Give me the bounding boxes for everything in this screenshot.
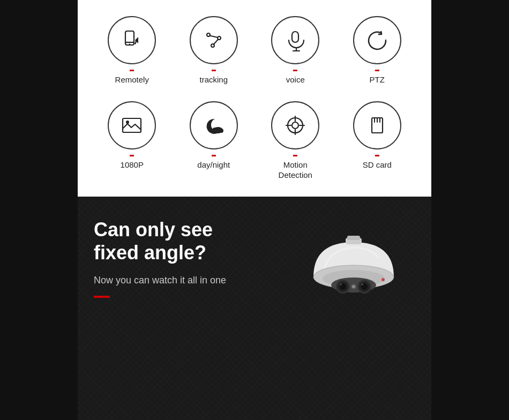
feature-1080p: 1080P: [94, 101, 170, 181]
svg-point-12: [212, 128, 218, 133]
right-panel: [431, 0, 509, 420]
promo-red-dash: [94, 296, 110, 298]
svg-point-2: [129, 43, 130, 44]
voice-label: voice: [286, 74, 305, 85]
refresh-icon: [365, 28, 389, 52]
tracking-icon-circle: [190, 16, 238, 64]
1080p-label: 1080P: [121, 160, 144, 170]
promo-subtitle: Now you can watch it all in one: [94, 275, 415, 286]
feature-ptz: PTZ: [339, 16, 416, 85]
feature-voice: voice: [257, 16, 334, 85]
voice-dash: [293, 70, 297, 71]
tracking-icon: [202, 28, 226, 52]
promo-text-block: Can only seefixed angle? Now you can wat…: [94, 218, 415, 404]
ptz-icon-circle: [353, 16, 401, 64]
feature-sdcard: SD card: [339, 101, 416, 181]
sdcard-icon-circle: [353, 101, 401, 149]
features-section: Remotely tracking: [78, 0, 431, 197]
voice-icon-circle: [271, 16, 319, 64]
sdcard-dash: [375, 155, 379, 156]
ptz-dash: [375, 70, 379, 71]
feature-motion: Motion Detection: [257, 101, 334, 181]
sd-card-icon: [365, 114, 389, 137]
left-panel: [0, 0, 78, 420]
phone-touch-icon: [120, 28, 144, 52]
crosshair-icon: [283, 114, 307, 137]
image-icon: [120, 114, 144, 137]
svg-rect-6: [292, 32, 298, 42]
daynight-label: day/night: [197, 160, 230, 170]
motion-icon-circle: [271, 101, 319, 149]
feature-remotely: Remotely: [94, 16, 170, 85]
remotely-icon-circle: [108, 16, 156, 64]
features-grid: Remotely tracking: [94, 16, 415, 181]
motion-dash: [293, 155, 297, 156]
ptz-label: PTZ: [370, 74, 385, 85]
feature-tracking: tracking: [176, 16, 252, 85]
daynight-dash: [212, 155, 216, 156]
remotely-label: Remotely: [115, 74, 149, 85]
svg-point-15: [292, 122, 298, 129]
main-content: Remotely tracking: [78, 0, 431, 420]
sdcard-label: SD card: [363, 160, 392, 170]
svg-point-10: [126, 121, 129, 124]
1080p-icon-circle: [108, 101, 156, 149]
promo-headline: Can only seefixed angle?: [94, 218, 415, 264]
tracking-dash: [212, 70, 216, 71]
promo-section: Can only seefixed angle? Now you can wat…: [78, 197, 431, 421]
1080p-dash: [130, 155, 134, 156]
night-icon: [202, 114, 226, 137]
motion-label: Motion Detection: [279, 160, 312, 181]
microphone-icon: [283, 28, 307, 52]
feature-daynight: day/night: [176, 101, 252, 181]
remotely-dash: [130, 70, 134, 71]
daynight-icon-circle: [190, 101, 238, 149]
tracking-label: tracking: [199, 74, 228, 85]
svg-point-13: [219, 129, 223, 133]
